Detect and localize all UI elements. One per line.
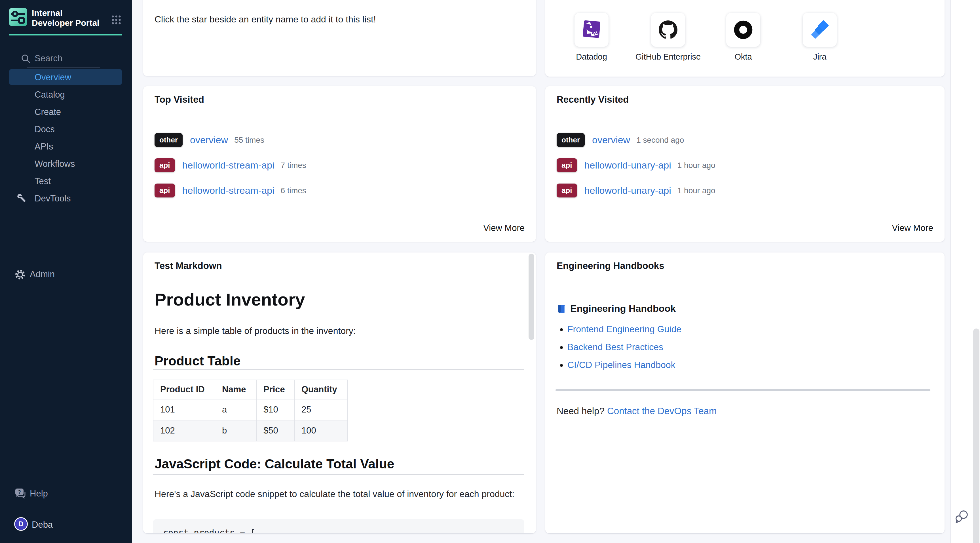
- jira-icon: [809, 19, 830, 40]
- col-header: Price: [256, 380, 294, 399]
- markdown-h1: Product Inventory: [154, 289, 305, 309]
- cell: 25: [294, 399, 348, 420]
- table-header-row: Product ID Name Price Quantity: [153, 380, 348, 399]
- right-gutter: [950, 0, 980, 543]
- entity-link[interactable]: helloworld-stream-api: [182, 185, 275, 196]
- wrench-icon: [16, 193, 28, 204]
- visited-row: api helloworld-unary-api 1 hour ago: [545, 153, 945, 178]
- list-item: CI/CD Pipelines Handbook: [567, 360, 681, 370]
- tool-label-datadog: Datadog: [549, 52, 634, 62]
- user-menu[interactable]: D Deba: [0, 516, 132, 533]
- visit-count: 55 times: [234, 135, 264, 145]
- sidebar-item-overview[interactable]: Overview: [0, 68, 132, 86]
- sidebar-divider: [9, 253, 122, 253]
- tool-tile-jira[interactable]: [803, 13, 837, 47]
- handbook-link[interactable]: Frontend Engineering Guide: [567, 324, 681, 334]
- sidebar-item-test[interactable]: Test: [0, 172, 132, 190]
- tool-tile-okta[interactable]: [726, 13, 760, 47]
- sidebar-accent-rule: [9, 34, 122, 35]
- gear-icon: [14, 269, 26, 280]
- section-divider: [555, 389, 931, 391]
- top-visited-card: Top Visited other overview 55 times api …: [143, 86, 536, 242]
- app-title: Internal Developer Portal: [32, 8, 103, 28]
- search-icon: [21, 53, 31, 64]
- visited-row: other overview 55 times: [143, 127, 536, 153]
- handbook-link[interactable]: Backend Best Practices: [567, 342, 663, 352]
- app-screen: Internal Developer Portal Search Overvi: [0, 0, 980, 543]
- visit-count: 7 times: [281, 161, 306, 170]
- cell: a: [215, 399, 256, 420]
- sidebar-item-admin[interactable]: Admin: [0, 266, 132, 283]
- datadog-icon: [581, 19, 602, 40]
- tool-label-jira: Jira: [777, 52, 862, 62]
- entity-link[interactable]: helloworld-unary-api: [584, 185, 671, 196]
- help-line: Need help? Contact the DevOps Team: [557, 406, 717, 416]
- chat-bubbles-icon[interactable]: [954, 508, 970, 524]
- cell: 102: [153, 420, 215, 441]
- markdown-hr: [153, 475, 524, 475]
- search-placeholder: Search: [35, 53, 62, 64]
- sidebar-item-docs[interactable]: Docs: [0, 121, 132, 138]
- page-scrollbar-thumb[interactable]: [973, 328, 980, 543]
- logo[interactable]: Internal Developer Portal: [9, 8, 123, 28]
- table-row: 101 a $10 25: [153, 399, 348, 420]
- list-item: Backend Best Practices: [567, 342, 681, 352]
- col-header: Name: [215, 380, 256, 399]
- recently-visited-card: Recently Visited other overview 1 second…: [545, 86, 945, 242]
- svg-text:?: ?: [18, 489, 21, 495]
- code-block: const products = [: [153, 519, 524, 533]
- tool-tile-github[interactable]: [651, 13, 685, 47]
- user-name: Deba: [32, 520, 53, 530]
- markdown-paragraph: Here is a simple table of products in th…: [154, 326, 356, 336]
- okta-icon: [733, 19, 754, 40]
- card-title: Recently Visited: [557, 94, 628, 105]
- visited-row: api helloworld-unary-api 1 hour ago: [545, 178, 945, 203]
- recently-visited-rows: other overview 1 second ago api hellowor…: [545, 127, 945, 203]
- kind-badge: api: [154, 158, 175, 172]
- sidebar-item-devtools[interactable]: DevTools: [0, 190, 132, 207]
- sidebar-item-help[interactable]: ? Help: [0, 486, 132, 502]
- sidebar: Internal Developer Portal Search Overvi: [0, 0, 132, 543]
- entity-link[interactable]: helloworld-unary-api: [584, 160, 671, 171]
- sidebar-item-create[interactable]: Create: [0, 103, 132, 121]
- sidebar-item-apis[interactable]: APIs: [0, 138, 132, 155]
- sidebar-item-workflows[interactable]: Workflows: [0, 155, 132, 172]
- sidebar-nav: Overview Catalog Create Docs APIs Workfl…: [0, 68, 132, 207]
- entity-link[interactable]: helloworld-stream-api: [182, 160, 275, 171]
- cell: 100: [294, 420, 348, 441]
- contact-devops-link[interactable]: Contact the DevOps Team: [607, 406, 717, 416]
- markdown-paragraph: Here's a JavaScript code snippet to calc…: [154, 487, 515, 501]
- visited-row: other overview 1 second ago: [545, 127, 945, 153]
- top-visited-rows: other overview 55 times api helloworld-s…: [143, 127, 536, 203]
- github-icon: [659, 21, 678, 39]
- table-row: 102 b $50 100: [153, 420, 348, 441]
- search-underline: [27, 67, 100, 67]
- tool-tile-datadog[interactable]: [574, 13, 609, 47]
- kind-badge: api: [154, 183, 175, 197]
- entity-link[interactable]: overview: [190, 134, 228, 145]
- visit-count: 6 times: [281, 186, 306, 195]
- entity-link[interactable]: overview: [592, 134, 630, 145]
- starred-entities-card: Click the star beside an entity name to …: [143, 0, 536, 76]
- tool-label-github: GitHub Enterprise: [625, 52, 711, 62]
- search-input[interactable]: Search: [0, 50, 132, 67]
- view-more-link[interactable]: View More: [483, 223, 525, 233]
- card-scrollbar-thumb[interactable]: [528, 254, 534, 340]
- card-title: Test Markdown: [154, 260, 222, 271]
- handbook-link[interactable]: CI/CD Pipelines Handbook: [567, 360, 675, 370]
- apps-grid-icon[interactable]: [111, 14, 122, 25]
- test-markdown-card: Test Markdown Product Inventory Here is …: [143, 253, 536, 533]
- kind-badge: api: [557, 158, 577, 172]
- visited-row: api helloworld-stream-api 6 times: [143, 178, 536, 203]
- view-more-link[interactable]: View More: [892, 223, 933, 233]
- cell: 101: [153, 399, 215, 420]
- markdown-hr: [153, 369, 524, 370]
- visit-time: 1 second ago: [636, 135, 684, 145]
- card-title: Engineering Handbooks: [557, 260, 664, 271]
- toolkit-card: Datadog GitHub Enterprise Okta Jira: [545, 0, 945, 76]
- card-title: Top Visited: [154, 94, 204, 105]
- help-chat-icon: ?: [15, 488, 27, 500]
- visit-time: 1 hour ago: [678, 161, 716, 170]
- col-header: Quantity: [294, 380, 348, 399]
- sidebar-item-catalog[interactable]: Catalog: [0, 86, 132, 103]
